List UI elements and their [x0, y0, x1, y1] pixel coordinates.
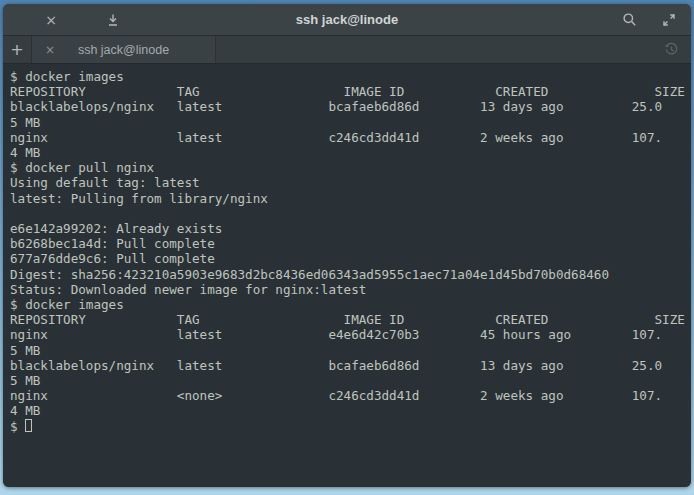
history-clock-icon [664, 42, 679, 57]
titlebar[interactable]: × ssh jack@linode [3, 4, 691, 36]
tabbar-spacer [216, 36, 657, 63]
terminal-line: $ docker images [10, 69, 687, 84]
tab-label: ssh jack@linode [78, 43, 169, 57]
terminal-line: 5 MB [10, 115, 687, 130]
terminal-line: REPOSITORY TAG IMAGE ID CREATED SIZE [10, 312, 687, 327]
titlebar-right-buttons [541, 8, 691, 32]
terminal-cursor [25, 419, 32, 432]
terminal-line: 4 MB [10, 145, 687, 160]
terminal-line: latest: Pulling from library/nginx [10, 191, 687, 206]
tab-bar: + × ssh jack@linode [3, 36, 691, 64]
titlebar-left-buttons: × [3, 8, 153, 32]
terminal-line: nginx <none> c246cd3dd41d 2 weeks ago 10… [10, 388, 687, 403]
tab-ssh-jack-linode[interactable]: × ssh jack@linode [32, 36, 216, 63]
fullscreen-button[interactable] [657, 8, 681, 32]
close-tab-button[interactable]: × [40, 40, 60, 60]
window-title: ssh jack@linode [153, 12, 541, 27]
close-window-button[interactable]: × [39, 8, 63, 32]
terminal-line: 5 MB [10, 343, 687, 358]
terminal-line: 677a76dde9c6: Pull complete [10, 251, 687, 266]
terminal-line: Using default tag: latest [10, 175, 687, 190]
terminal-line: blacklabelops/nginx latest bcafaeb6d86d … [10, 99, 687, 114]
search-icon [622, 12, 637, 27]
close-icon: × [45, 13, 57, 27]
download-button[interactable] [101, 8, 125, 32]
terminal-line: nginx latest c246cd3dd41d 2 weeks ago 10… [10, 130, 687, 145]
terminal-line: e6e142a99202: Already exists [10, 221, 687, 236]
plus-icon: + [10, 40, 23, 59]
terminal-lines: $ docker imagesREPOSITORY TAG IMAGE ID C… [10, 69, 687, 419]
terminal-line: $ docker pull nginx [10, 160, 687, 175]
search-button[interactable] [617, 8, 641, 32]
terminal-screen[interactable]: $ docker imagesREPOSITORY TAG IMAGE ID C… [3, 64, 691, 487]
terminal-line: Status: Downloaded newer image for nginx… [10, 282, 687, 297]
terminal-line: $ docker images [10, 297, 687, 312]
terminal-line: REPOSITORY TAG IMAGE ID CREATED SIZE [10, 84, 687, 99]
terminal-line [10, 206, 687, 221]
terminal-prompt-line: $ [10, 419, 687, 434]
session-history-button[interactable] [657, 36, 685, 63]
terminal-window: × ssh jack@linode [3, 4, 691, 487]
terminal-line: 5 MB [10, 373, 687, 388]
download-icon [106, 13, 120, 27]
new-tab-button[interactable]: + [3, 36, 32, 63]
shell-prompt: $ [10, 419, 25, 434]
terminal-line: Digest: sha256:423210a5903e9683d2bc8436e… [10, 267, 687, 282]
terminal-line: 4 MB [10, 403, 687, 418]
terminal-line: nginx latest e4e6d42c70b3 45 hours ago 1… [10, 327, 687, 342]
fullscreen-icon [662, 13, 676, 27]
close-icon: × [45, 43, 55, 57]
terminal-line: b6268bec1a4d: Pull complete [10, 236, 687, 251]
terminal-line: blacklabelops/nginx latest bcafaeb6d86d … [10, 358, 687, 373]
